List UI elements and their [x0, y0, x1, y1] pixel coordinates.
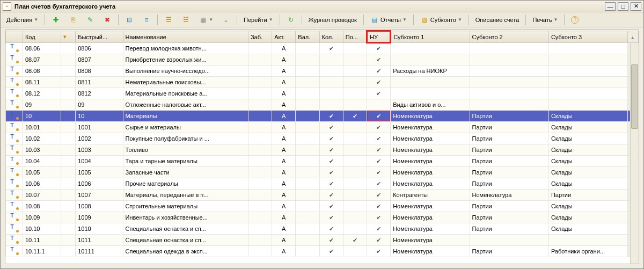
- goto-menu[interactable]: Перейти ▼: [240, 14, 277, 26]
- refresh-button[interactable]: ↻: [283, 14, 299, 26]
- cell-sub2: Партии: [470, 122, 548, 133]
- cell-sub2: Партии: [470, 144, 548, 156]
- addcopy-button[interactable]: ⎘: [65, 14, 81, 26]
- table-row[interactable]: 10.11.110111Специальная одежда в эксп...…: [6, 246, 639, 257]
- col-val[interactable]: Вал.: [296, 31, 319, 43]
- reports-icon: ▤: [370, 16, 379, 24]
- cell-name: Перевод молодняка животн...: [123, 43, 248, 54]
- table-row[interactable]: 0909Отложенные налоговые акт...АВиды акт…: [6, 99, 639, 111]
- table-row[interactable]: 10.101010Специальная оснастка и сп...А✔✔…: [6, 223, 639, 235]
- cell-sub2: Партии: [470, 167, 548, 178]
- cell-sort: [61, 190, 76, 201]
- cell-val: [296, 66, 319, 77]
- actions-menu[interactable]: Действия ▼: [3, 14, 42, 26]
- cell-name: Специальная оснастка и сп...: [123, 223, 248, 235]
- col-zab[interactable]: Заб.: [248, 31, 272, 43]
- table-row[interactable]: 10.021002Покупные полуфабрикаты и ...А✔✔…: [6, 133, 639, 144]
- filter2-icon: ☱: [181, 16, 190, 24]
- cell-sub2: Партии: [470, 212, 548, 223]
- journal-button[interactable]: Журнал проводок: [305, 14, 361, 26]
- cell-icon: [6, 178, 23, 190]
- table-row[interactable]: 1010МатериалыА✔✔✔НоменклатураПартииСклад…: [6, 111, 639, 122]
- clearfilter-icon: ⌄: [222, 16, 230, 24]
- table-row[interactable]: 10.051005Запасные частиА✔✔НоменклатураПа…: [6, 167, 639, 178]
- cell-name: Запасные части: [123, 167, 248, 178]
- separator: [118, 14, 119, 25]
- col-kol[interactable]: Кол.: [319, 31, 343, 43]
- cell-kol: [319, 99, 343, 111]
- cell-nu: ✔: [367, 111, 390, 122]
- col-quick[interactable]: Быстрый...: [76, 31, 123, 43]
- cell-code: 08.08: [23, 66, 61, 77]
- maximize-button[interactable]: □: [618, 2, 628, 11]
- cell-quick: 1008: [76, 201, 123, 212]
- subkonto-menu[interactable]: ▧ Субконто ▼: [416, 14, 466, 26]
- col-code[interactable]: Код: [23, 31, 61, 43]
- scrollbar-thumb[interactable]: [631, 64, 638, 129]
- delete-button[interactable]: ✖: [99, 14, 115, 26]
- separator: [237, 14, 237, 25]
- cell-po: [343, 201, 367, 212]
- close-button[interactable]: ✕: [631, 2, 641, 11]
- table-row[interactable]: 08.060806Перевод молодняка животн...А✔✔: [6, 43, 639, 54]
- vertical-scrollbar[interactable]: [630, 43, 639, 264]
- table-row[interactable]: 08.120812Материальные поисковые а...А✔: [6, 88, 639, 99]
- cell-po: [343, 223, 367, 235]
- col-sub1[interactable]: Субконто 1: [391, 31, 470, 43]
- table-row[interactable]: 10.081008Строительные материалыА✔✔Номенк…: [6, 201, 639, 212]
- separator: [525, 14, 526, 25]
- cell-sub3: Склады: [548, 167, 627, 178]
- cell-code: 10.05: [23, 167, 61, 178]
- reports-menu[interactable]: ▤ Отчеты ▼: [367, 14, 411, 26]
- cell-zab: [248, 223, 272, 235]
- accounts-table[interactable]: Код ▾ Быстрый... Наименование Заб. Акт. …: [5, 30, 639, 257]
- minimize-button[interactable]: —: [605, 2, 616, 11]
- table-row[interactable]: 10.061006Прочие материалыА✔✔Номенклатура…: [6, 178, 639, 190]
- tree-button[interactable]: ⊟: [121, 14, 137, 26]
- cell-kol: ✔: [319, 223, 343, 235]
- cell-zab: [248, 178, 272, 190]
- cell-name: Материалы: [123, 111, 248, 122]
- cell-code: 10.03: [23, 144, 61, 156]
- cell-quick: 1002: [76, 133, 123, 144]
- col-akt[interactable]: Акт.: [272, 31, 296, 43]
- table-row[interactable]: 10.071007Материалы, переданные в п...А✔✔…: [6, 190, 639, 201]
- table-row[interactable]: 10.011001Сырье и материалыА✔✔Номенклатур…: [6, 122, 639, 133]
- descr-button[interactable]: Описание счета: [472, 14, 523, 26]
- cell-kol: ✔: [319, 144, 343, 156]
- table-row[interactable]: 08.080808Выполнение научно-исследо...А✔Р…: [6, 66, 639, 77]
- clear-filter-button[interactable]: ⌄: [218, 14, 234, 26]
- list-button[interactable]: ≡: [138, 14, 155, 26]
- refresh-icon: ↻: [287, 16, 295, 24]
- col-sub3[interactable]: Субконто 3: [548, 31, 627, 43]
- table-row[interactable]: 08.070807Приобретение взрослых жи...А✔: [6, 54, 639, 66]
- col-sort[interactable]: ▾: [61, 31, 76, 43]
- print-menu[interactable]: Печать ▼: [529, 14, 561, 26]
- subkonto-label: Субконто: [430, 17, 456, 23]
- table-row[interactable]: 10.031003ТопливоА✔✔НоменклатураПартииСкл…: [6, 144, 639, 156]
- col-name[interactable]: Наименование: [123, 31, 248, 43]
- col-sub2[interactable]: Субконто 2: [470, 31, 548, 43]
- cell-zab: [248, 43, 272, 54]
- col-icon[interactable]: [6, 31, 23, 43]
- col-po[interactable]: По...: [343, 31, 367, 43]
- scroll-up-icon[interactable]: ▲: [630, 35, 635, 40]
- cell-sort: [61, 43, 76, 54]
- cell-nu: ✔: [367, 144, 390, 156]
- cell-sub3: Склады: [548, 111, 627, 122]
- col-nu[interactable]: НУ: [367, 31, 390, 43]
- help-button[interactable]: ?: [567, 14, 582, 26]
- cell-icon: [6, 156, 23, 167]
- add-button[interactable]: ✚: [48, 14, 64, 26]
- row-type-icon: [10, 44, 18, 52]
- table-row[interactable]: 10.041004Тара и тарные материалыА✔✔Номен…: [6, 156, 639, 167]
- table-row[interactable]: 10.091009Инвентарь и хозяйственные...А✔✔…: [6, 212, 639, 223]
- filter-button[interactable]: ☰: [160, 14, 177, 26]
- table-row[interactable]: 10.111011Специальная оснастка и сп...А✔✔…: [6, 235, 639, 246]
- subkonto-icon: ▧: [420, 16, 429, 24]
- edit-button[interactable]: ✎: [82, 14, 98, 26]
- cell-po: [343, 122, 367, 133]
- table-row[interactable]: 08.110811Нематериальные поисковы...А✔: [6, 77, 639, 88]
- filter2-button[interactable]: ☱: [178, 14, 194, 26]
- settings-button[interactable]: ▦▼: [195, 14, 217, 26]
